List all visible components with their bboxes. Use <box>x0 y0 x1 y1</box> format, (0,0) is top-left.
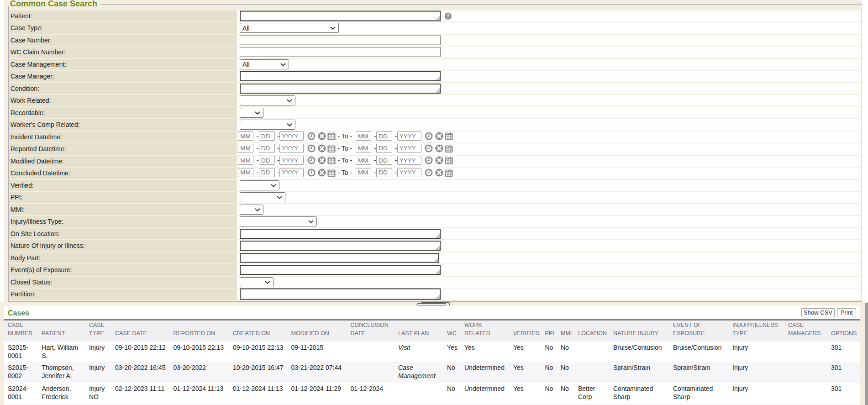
svg-text:?: ? <box>446 13 449 19</box>
